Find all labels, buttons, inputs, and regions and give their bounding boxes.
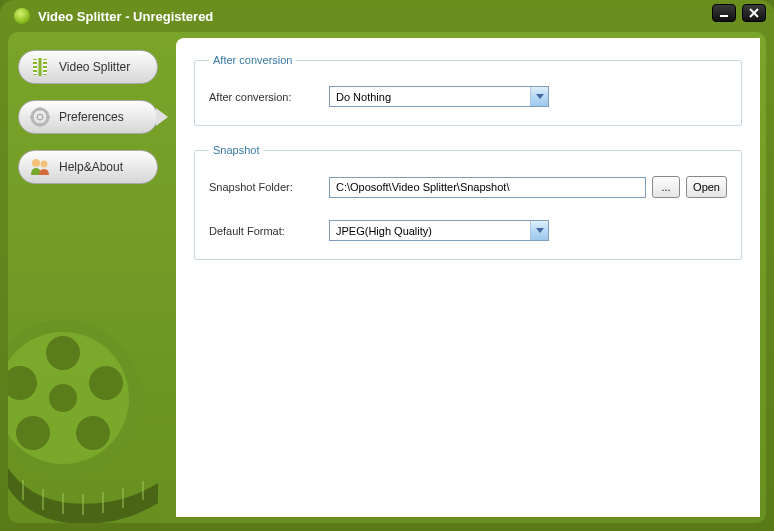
svg-rect-16 — [30, 116, 34, 118]
svg-point-19 — [41, 161, 48, 168]
after-conversion-value: Do Nothing — [330, 91, 530, 103]
body-area: Video Splitter Preference — [8, 32, 766, 523]
default-format-select[interactable]: JPEG(High Quality) — [329, 220, 549, 241]
after-conversion-label: After conversion: — [209, 91, 329, 103]
svg-rect-8 — [43, 64, 47, 66]
window-controls — [712, 4, 766, 22]
title-bar[interactable]: Video Splitter - Unregistered — [0, 0, 774, 32]
svg-point-13 — [37, 114, 43, 120]
app-icon — [14, 8, 30, 24]
svg-rect-15 — [39, 123, 41, 127]
svg-point-24 — [89, 366, 123, 400]
after-conversion-legend: After conversion — [209, 54, 296, 66]
nav-preferences[interactable]: Preferences — [18, 100, 158, 134]
content-panel: After conversion After conversion: Do No… — [176, 38, 760, 517]
browse-button[interactable]: ... — [652, 176, 680, 198]
svg-rect-17 — [46, 116, 50, 118]
nav-video-splitter[interactable]: Video Splitter — [18, 50, 158, 84]
svg-point-22 — [49, 384, 77, 412]
sidebar: Video Splitter Preference — [8, 32, 176, 523]
nav-help-about[interactable]: Help&About — [18, 150, 158, 184]
svg-rect-10 — [43, 72, 47, 74]
minimize-icon — [719, 8, 729, 18]
svg-rect-5 — [33, 68, 37, 70]
close-button[interactable] — [742, 4, 766, 22]
svg-point-26 — [16, 416, 50, 450]
default-format-value: JPEG(High Quality) — [330, 225, 530, 237]
snapshot-legend: Snapshot — [209, 144, 263, 156]
default-format-label: Default Format: — [209, 225, 329, 237]
svg-rect-7 — [43, 60, 47, 62]
chevron-down-icon — [530, 221, 548, 240]
chevron-down-icon — [530, 87, 548, 106]
nav-label: Preferences — [59, 110, 124, 124]
gear-icon — [29, 106, 51, 128]
svg-point-20 — [8, 320, 141, 476]
svg-rect-4 — [33, 64, 37, 66]
svg-point-27 — [8, 366, 37, 400]
svg-point-23 — [46, 336, 80, 370]
people-icon — [29, 156, 51, 178]
svg-rect-3 — [33, 60, 37, 62]
window-title: Video Splitter - Unregistered — [38, 9, 213, 24]
svg-rect-14 — [39, 107, 41, 111]
nav-label: Video Splitter — [59, 60, 130, 74]
svg-rect-0 — [720, 15, 728, 17]
svg-rect-6 — [33, 72, 37, 74]
after-conversion-select[interactable]: Do Nothing — [329, 86, 549, 107]
snapshot-folder-input[interactable] — [329, 177, 646, 198]
close-icon — [749, 8, 759, 18]
snapshot-folder-label: Snapshot Folder: — [209, 181, 329, 193]
after-conversion-group: After conversion After conversion: Do No… — [194, 54, 742, 126]
svg-point-21 — [8, 332, 129, 464]
nav-label: Help&About — [59, 160, 123, 174]
svg-point-25 — [76, 416, 110, 450]
film-reel-decoration — [8, 303, 178, 523]
snapshot-group: Snapshot Snapshot Folder: ... Open Defau… — [194, 144, 742, 260]
svg-rect-9 — [43, 68, 47, 70]
film-icon — [29, 56, 51, 78]
svg-point-18 — [32, 159, 40, 167]
minimize-button[interactable] — [712, 4, 736, 22]
svg-rect-11 — [39, 58, 42, 76]
window-frame: Video Splitter - Unregistered — [0, 0, 774, 531]
open-button[interactable]: Open — [686, 176, 727, 198]
